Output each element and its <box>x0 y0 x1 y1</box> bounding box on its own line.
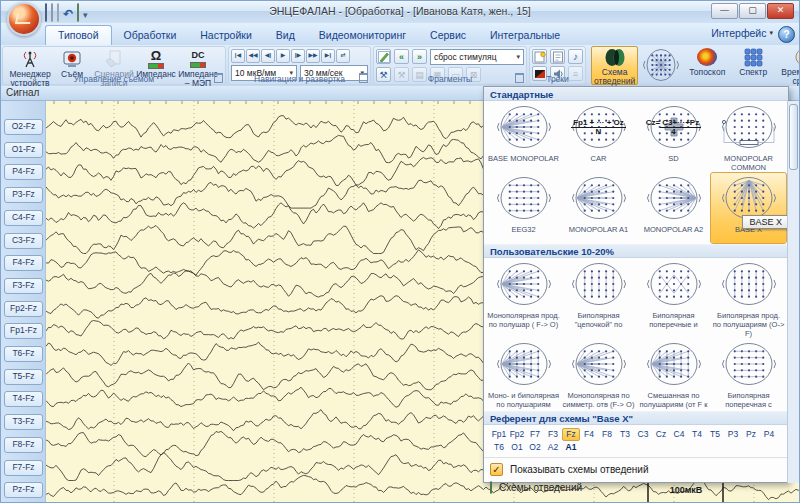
electrode-o2[interactable]: O2 <box>526 441 544 454</box>
button-топоскоп[interactable]: Топоскоп <box>684 46 730 85</box>
channel-button-t5-fz[interactable]: T5-Fz <box>4 369 43 385</box>
montage-item-monopolar-common[interactable]: MONOPOLAR COMMON <box>711 102 786 173</box>
electrode-fp2[interactable]: Fp2 <box>508 428 526 441</box>
channel-button-t6-fz[interactable]: T6-Fz <box>4 346 43 362</box>
montage-item-eeg32[interactable]: EEG32 <box>486 173 561 243</box>
channel-button-p4-fz[interactable]: P4-Fz <box>4 164 43 180</box>
montage-item-смешанная-по-полушариям-от-f-к[interactable]: Смешанная по полушариям (от F к <box>636 339 711 410</box>
fit-screen-icon[interactable]: ⇄ <box>336 49 350 63</box>
dialog-launcher-icon[interactable] <box>359 73 368 83</box>
scrollbar-thumb[interactable] <box>789 104 798 170</box>
tab-настройки[interactable]: Настройки <box>188 26 264 45</box>
electrode-c4[interactable]: C4 <box>670 428 688 441</box>
button-спектр[interactable]: Спектр <box>730 46 776 85</box>
tab-обработки[interactable]: Обработки <box>112 26 189 45</box>
montage-item-sd[interactable]: Cz=C3+···+Pz4SD <box>636 102 711 173</box>
montage-head-icon <box>719 104 779 154</box>
montage-head-icon <box>569 175 629 225</box>
electrode-f8[interactable]: F8 <box>598 428 616 441</box>
fast-back-icon[interactable]: ◀◀ <box>246 49 260 63</box>
channel-button-c4-fz[interactable]: C4-Fz <box>4 210 43 226</box>
electrode-t5[interactable]: T5 <box>706 428 724 441</box>
channel-button-o2-fz[interactable]: O2-Fz <box>4 119 43 135</box>
channel-button-f8-fz[interactable]: F8-Fz <box>4 437 43 453</box>
interface-menu[interactable]: Интерфейс ▾ <box>711 27 773 39</box>
montage-item-биполярная-прод-по-полушариям-o-f[interactable]: Биполярная прод. по полушариям (O-> F) <box>711 259 786 339</box>
montage-item-монополярная-прод-по-полушар-f-o[interactable]: Монополярная прод. по полушар ( F-> O) <box>486 259 561 339</box>
current-montage-button[interactable] <box>638 46 684 85</box>
channel-button-fp2-fz[interactable]: Fp2-Fz <box>4 301 43 317</box>
channel-button-f3-fz[interactable]: F3-Fz <box>4 278 43 294</box>
go-first-icon[interactable]: |◀ <box>231 49 245 63</box>
electrode-fz[interactable]: Fz <box>562 428 580 441</box>
stimulus-select[interactable]: сброс стимуляц▾ <box>430 49 524 65</box>
channel-button-o1-fz[interactable]: O1-Fz <box>4 142 43 158</box>
go-last-icon[interactable]: ▶| <box>321 49 335 63</box>
electrode-f3[interactable]: F3 <box>544 428 562 441</box>
channel-button-t4-fz[interactable]: T4-Fz <box>4 391 43 407</box>
montage-head-icon <box>644 175 704 225</box>
channel-button-f7-fz[interactable]: F7-Fz <box>4 460 43 476</box>
electrode-t3[interactable]: T3 <box>616 428 634 441</box>
channel-button-f4-fz[interactable]: F4-Fz <box>4 255 43 271</box>
electrode-f7[interactable]: F7 <box>526 428 544 441</box>
step-forward-icon[interactable]: |▶ <box>291 49 305 63</box>
montage-item-биполярная-цепочкой-по[interactable]: Биполярная "цепочкой" по <box>561 259 636 339</box>
montage-item-моно-и-биполярная-по-полушариям[interactable]: Моно- и биполярная по полушариям <box>486 339 561 410</box>
channel-button-t3-fz[interactable]: T3-Fz <box>4 414 43 430</box>
fragment-end-icon[interactable]: » <box>412 49 427 64</box>
electrode-f4[interactable]: F4 <box>580 428 598 441</box>
play-icon[interactable]: ▶ <box>276 49 290 63</box>
channel-button-c3-fz[interactable]: C3-Fz <box>4 233 43 249</box>
step-back-icon[interactable]: ◀| <box>261 49 275 63</box>
montage-scheme-button[interactable]: Схема отведений▾ <box>591 46 638 85</box>
tab-типовой[interactable]: Типовой <box>45 25 112 45</box>
dialog-launcher-icon[interactable] <box>214 73 223 83</box>
dialog-launcher-icon[interactable] <box>515 73 524 83</box>
montage-item-car[interactable]: Fp1 + ··· + OzNCAR <box>561 102 636 173</box>
spectrum-icon <box>744 47 763 67</box>
montage-item-биполярная-поперечные-и[interactable]: Биполярная поперечные и <box>636 259 711 339</box>
montage-item-base-x[interactable]: BASE XBASE X <box>711 173 786 243</box>
tab-видеомониторинг[interactable]: Видеомониторинг <box>307 26 418 45</box>
electrode-t4[interactable]: T4 <box>688 428 706 441</box>
button-временные-срезы[interactable]: Временные срезы <box>776 46 800 85</box>
electrode-a2[interactable]: A2 <box>544 441 562 454</box>
montage-item-monopolar-a2[interactable]: MONOPOLAR A2 <box>636 173 711 243</box>
fast-forward-icon[interactable]: ▶▶ <box>306 49 320 63</box>
tab-вид[interactable]: Вид <box>264 26 307 45</box>
close-button[interactable]: ✕ <box>767 3 794 19</box>
montage-formula: Fp1 + ··· + OzN <box>561 118 636 136</box>
montage-item-base-monopolar[interactable]: BASE MONOPOLAR <box>486 102 561 173</box>
fragment-start-icon[interactable]: « <box>394 49 409 64</box>
electrode-o1[interactable]: O1 <box>508 441 526 454</box>
app-logo-orb[interactable] <box>7 2 41 36</box>
edit-fragment-icon[interactable] <box>376 49 391 64</box>
channel-button-p3-fz[interactable]: P3-Fz <box>4 187 43 203</box>
audio-track-icon[interactable]: ♪ <box>568 49 583 64</box>
tab-сервис[interactable]: Сервис <box>418 26 478 45</box>
minimize-button[interactable]: — <box>711 3 738 19</box>
menu-item-схемы-отведений[interactable]: Схемы отведений <box>484 478 788 496</box>
electrode-fp1[interactable]: Fp1 <box>490 428 508 441</box>
electrode-p4[interactable]: P4 <box>760 428 778 441</box>
help-icon[interactable]: ? <box>778 26 795 43</box>
electrode-pz[interactable]: Pz <box>742 428 760 441</box>
electrode-a1[interactable]: A1 <box>562 441 580 454</box>
channel-button-pz-fz[interactable]: Pz-Fz <box>4 482 43 498</box>
electrode-c3[interactable]: C3 <box>634 428 652 441</box>
channel-button-fp1-fz[interactable]: Fp1-Fz <box>4 323 43 339</box>
electrode-t6[interactable]: T6 <box>490 441 508 454</box>
montage-item-monopolar-a1[interactable]: MONOPOLAR A1 <box>561 173 636 243</box>
montage-item-монополярная-по-симметр-отв-f-o[interactable]: Монополярная по симметр. отв (F-> O) <box>561 339 636 410</box>
group-navigation: |◀◀◀◀|▶|▶▶▶▶|⇄ 10 мкВ/мм▾ 30 мм/сек▾ Нав… <box>228 46 371 85</box>
montage-item-биполярная-поперечная-с[interactable]: Биполярная поперечная с <box>711 339 786 410</box>
add-track-icon[interactable] <box>532 49 547 64</box>
maximize-button[interactable]: ▢ <box>739 3 766 19</box>
electrode-cz[interactable]: Cz <box>652 428 670 441</box>
menu-item-показывать-схемы-отведений[interactable]: ✓Показывать схемы отведений <box>484 460 788 478</box>
tab-интегральные[interactable]: Интегральные <box>478 26 572 45</box>
vertical-scrollbar[interactable] <box>787 101 799 483</box>
electrode-p3[interactable]: P3 <box>724 428 742 441</box>
track-icon[interactable] <box>550 49 565 64</box>
